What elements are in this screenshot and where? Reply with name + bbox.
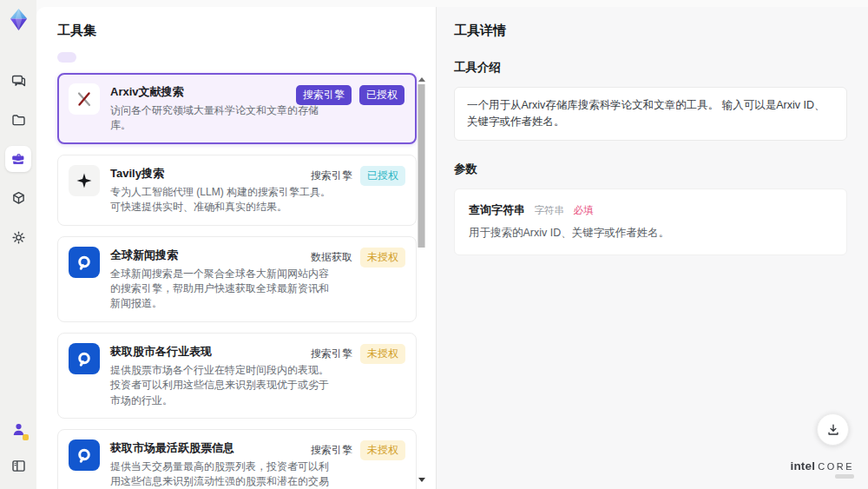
tool-auth-badge: 未授权 [360, 248, 405, 268]
status-dot [23, 434, 29, 440]
category-tabs [57, 52, 436, 63]
tool-badges: 数据获取 未授权 [311, 248, 405, 268]
tool-description: 全球新闻搜索是一个聚合全球各大新闻网站内容的搜索引擎，帮助用户快速获取全球最新资… [110, 267, 338, 312]
tool-badges: 搜索引擎 未授权 [311, 440, 405, 460]
page-title: 工具集 [57, 23, 436, 39]
tool-detail-panel: 工具详情 工具介绍 一个用于从Arxiv存储库搜索科学论文和文章的工具。 输入可… [436, 7, 868, 489]
tool-auth-badge: 未授权 [360, 440, 405, 460]
sidebar-item-tools[interactable] [5, 146, 31, 172]
tools-panel: 工具集 [36, 7, 436, 489]
tool-auth-badge: 未授权 [360, 344, 405, 364]
tool-intro-text: 一个用于从Arxiv存储库搜索科学论文和文章的工具。 输入可以是Arxiv ID… [454, 87, 847, 141]
left-rail [0, 0, 36, 489]
news-engine-icon [75, 349, 94, 368]
tool-badges: 搜索引擎 已授权 [296, 85, 404, 105]
tool-description: 访问各个研究领域大量科学论文和文章的存储库。 [110, 103, 338, 134]
tool-description: 提供股票市场各个行业在特定时间段内的表现。投资者可以利用这些信息来识别表现优于或… [110, 363, 338, 408]
scrollbar[interactable] [418, 77, 425, 482]
rail-nav [5, 68, 31, 250]
category-tab[interactable] [57, 52, 76, 63]
tool-category-badge: 搜索引擎 [311, 344, 352, 364]
core-wordmark: core [818, 461, 854, 472]
tool-category-badge: 搜索引擎 [311, 166, 352, 186]
scrollbar-thumb[interactable] [418, 84, 425, 248]
tool-badges: 搜索引擎 已授权 [311, 166, 405, 186]
rail-bottom [0, 420, 36, 479]
category-tab[interactable] [83, 52, 102, 63]
app-logo-icon [7, 8, 30, 31]
tool-badges: 搜索引擎 未授权 [311, 344, 405, 364]
download-button[interactable] [817, 413, 849, 446]
tool-category-badge: 搜索引擎 [311, 440, 352, 460]
tool-category-badge: 数据获取 [311, 248, 352, 268]
tool-auth-badge: 已授权 [360, 166, 405, 186]
news-engine-icon [75, 253, 94, 272]
parameter-description: 用于搜索的Arxiv ID、关键字或作者姓名。 [469, 226, 832, 241]
scrollbar-down-arrow[interactable] [418, 478, 425, 482]
core-sub-mark [835, 474, 854, 479]
arxiv-icon [75, 89, 94, 109]
tool-auth-badge: 已授权 [359, 85, 404, 105]
app-window: 工具集 [0, 0, 868, 489]
sidebar-item-chat[interactable] [5, 68, 31, 94]
category-tab[interactable] [135, 52, 155, 63]
tool-list: Arxiv文献搜索 访问各个研究领域大量科学论文和文章的存储库。 搜索引擎 已授… [57, 73, 417, 489]
tool-card[interactable]: 全球新闻搜索 全球新闻搜索是一个聚合全球各大新闻网站内容的搜索引擎，帮助用户快速… [57, 236, 417, 322]
news-engine-icon [75, 446, 94, 465]
tool-icon [69, 165, 100, 196]
user-avatar[interactable] [5, 420, 31, 441]
tool-card[interactable]: 获取股市各行业表现 提供股票市场各个行业在特定时间段内的表现。投资者可以利用这些… [57, 333, 417, 419]
tool-description: 专为人工智能代理 (LLM) 构建的搜索引擎工具。可快速提供实时、准确和真实的结… [110, 185, 338, 215]
tool-description: 提供当天交易量最高的股票列表，投资者可以利用这些信息来识别流动性强的股票和潜在的… [110, 459, 338, 489]
sidebar-item-settings[interactable] [5, 224, 31, 250]
scrollbar-up-arrow[interactable] [418, 77, 425, 82]
category-tab[interactable] [109, 52, 128, 63]
parameter-name: 查询字符串 [469, 203, 525, 216]
tool-icon [69, 343, 100, 374]
tool-icon [69, 439, 100, 471]
detail-title: 工具详情 [454, 23, 847, 39]
tool-icon [69, 83, 100, 115]
intel-wordmark: intel [790, 459, 815, 472]
tavily-star-icon [76, 172, 93, 189]
intro-heading: 工具介绍 [454, 60, 847, 76]
tool-card[interactable]: Arxiv文献搜索 访问各个研究领域大量科学论文和文章的存储库。 搜索引擎 已授… [57, 73, 417, 144]
parameter-required-badge: 必填 [573, 205, 593, 215]
parameter-header: 查询字符串 字符串 必填 [469, 202, 832, 218]
intel-core-logo: intelcore [790, 458, 854, 479]
parameter-type: 字符串 [534, 205, 564, 215]
tool-icon [69, 247, 100, 278]
sidebar-item-models[interactable] [5, 185, 31, 211]
collapse-panel-toggle[interactable] [5, 453, 31, 479]
parameter-card: 查询字符串 字符串 必填 用于搜索的Arxiv ID、关键字或作者姓名。 [454, 188, 847, 255]
sidebar-item-files[interactable] [5, 107, 31, 133]
tool-card[interactable]: 获取市场最活跃股票信息 提供当天交易量最高的股票列表，投资者可以利用这些信息来识… [57, 429, 417, 489]
tool-category-badge: 搜索引擎 [296, 85, 352, 105]
params-heading: 参数 [454, 162, 847, 177]
tool-card[interactable]: Tavily搜索 专为人工智能代理 (LLM) 构建的搜索引擎工具。可快速提供实… [57, 155, 417, 226]
